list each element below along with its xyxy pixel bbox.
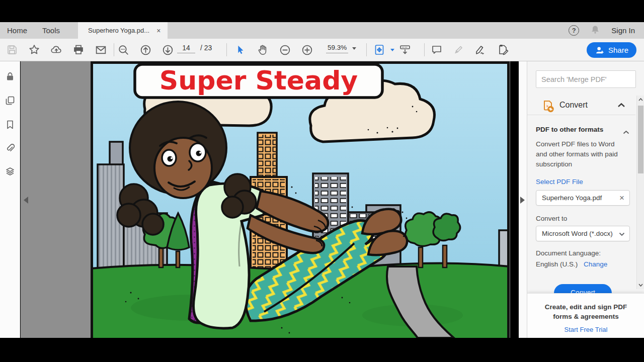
share-person-icon xyxy=(595,45,605,55)
previous-page-icon[interactable] xyxy=(138,43,152,57)
comment-icon[interactable] xyxy=(430,43,444,57)
hand-tool-icon[interactable] xyxy=(256,43,270,57)
fill-and-sign-icon[interactable] xyxy=(473,43,488,57)
page-display-icon[interactable] xyxy=(398,43,412,57)
convert-collapse-icon[interactable] xyxy=(617,103,625,108)
protection-lock-icon[interactable] xyxy=(4,70,16,82)
selected-file-name: Superhero Yoga.pdf xyxy=(542,194,619,202)
save-icon[interactable] xyxy=(5,43,19,57)
sign-in-button[interactable]: Sign In xyxy=(611,26,635,35)
highlight-icon[interactable] xyxy=(451,43,465,57)
select-tool-icon[interactable] xyxy=(233,43,248,57)
page-title: Super Steady xyxy=(159,65,358,96)
share-button[interactable]: Share xyxy=(587,42,636,58)
edit-pdf-icon[interactable] xyxy=(496,43,510,57)
clear-file-icon[interactable]: × xyxy=(619,194,624,202)
change-language-link[interactable]: Change xyxy=(584,260,607,268)
panel-scrollbar-thumb[interactable] xyxy=(638,106,643,173)
share-button-label: Share xyxy=(608,46,628,54)
page-number-field: / 23 xyxy=(177,44,212,53)
collapse-right-pane-icon[interactable] xyxy=(520,197,525,204)
pdf-page[interactable]: Super Steady xyxy=(91,61,510,338)
fit-dropdown-caret-icon[interactable] xyxy=(390,49,394,51)
document-canvas[interactable]: Super Steady xyxy=(21,61,510,338)
acrobat-window: Home Tools Superhero Yoga.pd... × ? Sign… xyxy=(0,0,644,362)
promo-text: Create, edit and sign PDF forms & agreem… xyxy=(538,302,634,321)
pdf-to-other-formats-title: PDF to other formats xyxy=(536,126,603,133)
zoom-marquee-icon[interactable] xyxy=(116,43,130,57)
document-language-label: Document Language: xyxy=(536,249,601,257)
tab-document[interactable]: Superhero Yoga.pd... × xyxy=(78,22,168,39)
collapse-left-pane-icon[interactable] xyxy=(24,197,28,204)
convert-pdf-icon xyxy=(541,100,555,115)
help-icon[interactable]: ? xyxy=(569,25,579,36)
convert-to-label: Convert to xyxy=(536,215,567,222)
next-page-icon[interactable] xyxy=(160,43,175,57)
tools-search-box[interactable] xyxy=(536,70,636,88)
format-dropdown-value: Microsoft Word (*.docx) xyxy=(542,230,619,237)
convert-section-header[interactable]: Convert xyxy=(527,98,644,115)
notifications-bell-icon[interactable] xyxy=(590,25,600,37)
letterbox-top xyxy=(0,0,644,22)
star-icon[interactable] xyxy=(27,43,41,57)
panel-scroll-up-icon[interactable] xyxy=(637,96,644,103)
fit-width-icon[interactable] xyxy=(372,43,386,57)
promo-card: Create, edit and sign PDF forms & agreem… xyxy=(527,293,644,338)
document-tab-label: Superhero Yoga.pd... xyxy=(88,27,149,34)
pdf-page-illustration: Super Steady xyxy=(91,61,510,338)
document-language-value: English (U.S.) xyxy=(536,260,578,268)
convert-section-title: Convert xyxy=(559,101,588,110)
section-description: Convert PDF files to Word and other form… xyxy=(536,139,625,169)
panel-scrollbar[interactable] xyxy=(636,96,644,289)
email-icon[interactable] xyxy=(94,43,108,57)
letterbox-bottom xyxy=(0,338,644,362)
page-number-input[interactable] xyxy=(177,44,195,53)
tab-home[interactable]: Home xyxy=(7,22,27,39)
tools-panel: Convert PDF to other formats Convert PDF… xyxy=(527,61,644,338)
copy-pages-icon[interactable] xyxy=(4,95,16,107)
layers-icon[interactable] xyxy=(4,165,16,177)
print-icon[interactable] xyxy=(71,43,86,57)
start-free-trial-link[interactable]: Start Free Trial xyxy=(565,326,608,333)
selected-file-field[interactable]: Superhero Yoga.pdf × xyxy=(536,190,630,206)
zoom-out-icon[interactable] xyxy=(278,43,292,57)
section-collapse-icon[interactable] xyxy=(623,127,629,136)
zoom-in-icon[interactable] xyxy=(300,43,314,57)
select-pdf-file-link[interactable]: Select PDF File xyxy=(536,178,583,186)
left-sidebar xyxy=(0,61,20,338)
tab-tools[interactable]: Tools xyxy=(42,22,60,39)
bookmarks-icon[interactable] xyxy=(4,119,16,131)
close-tab-icon[interactable]: × xyxy=(156,27,160,34)
panel-scroll-down-icon[interactable] xyxy=(637,282,644,289)
share-file-cloud-icon[interactable] xyxy=(49,43,63,57)
toolbar: / 23 59.3% xyxy=(0,39,644,61)
zoom-level-field[interactable]: 59.3% xyxy=(326,44,356,53)
tab-bar: Home Tools Superhero Yoga.pd... × ? Sign… xyxy=(0,22,644,39)
attachments-icon[interactable] xyxy=(4,142,16,154)
tools-search-input[interactable] xyxy=(536,71,635,87)
format-dropdown[interactable]: Microsoft Word (*.docx) xyxy=(536,226,630,241)
format-dropdown-chevron-icon xyxy=(619,229,625,238)
zoom-dropdown-caret-icon[interactable] xyxy=(352,47,356,50)
page-total-label: / 23 xyxy=(200,44,212,52)
zoom-level-value[interactable]: 59.3% xyxy=(326,44,348,53)
